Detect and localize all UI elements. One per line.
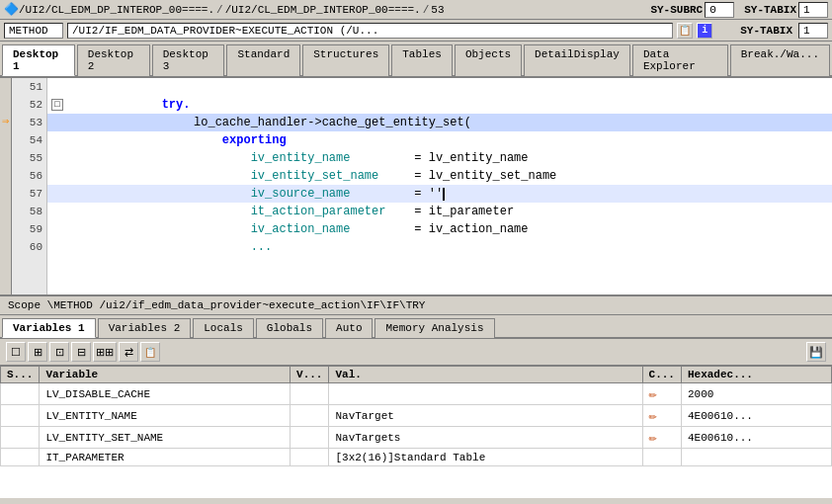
save-button[interactable]: 💾 [806,342,826,362]
cell-val-1 [329,383,642,405]
new-button[interactable]: ☐ [6,342,26,362]
sy-tabix-label2: SY-TABIX [740,25,792,37]
cell-c-4 [642,449,681,466]
method-label: METHOD [4,23,63,39]
col-header-val[interactable]: Val. [329,367,642,383]
cell-s-2 [1,405,40,427]
col-header-s[interactable]: S... [1,367,40,383]
cell-val-4: [3x2(16)]Standard Table [329,449,642,466]
cell-variable-2: LV_ENTITY_NAME [40,405,291,427]
cell-c-2[interactable]: ✏ [642,405,681,427]
cell-s-4 [1,449,40,466]
sy-tabix-value: 1 [798,2,828,18]
execution-arrow: ⇒ [0,114,12,128]
variables-table: S... Variable V... Val. C... Hexadec... … [0,366,832,466]
cell-s-3 [1,427,40,449]
tab-locals[interactable]: Locals [193,318,254,338]
cell-variable-1: LV_DISABLE_CACHE [40,383,291,405]
method-bar: METHOD /UI2/IF_EDM_DATA_PROVIDER~EXECUTE… [0,20,832,42]
status-bar: Scope \METHOD /ui2/if_edm_data_provider~… [0,295,832,315]
breadcrumb-icon-1: 🔷 [4,2,19,17]
clipboard-icon[interactable]: 📋 [677,23,693,39]
table-row: LV_ENTITY_NAME NavTarget ✏ 4E00610... [1,405,832,427]
cell-v-1 [291,383,329,405]
col-header-v[interactable]: V... [291,367,329,383]
cell-val-3: NavTargets [329,427,642,449]
tab-variables1[interactable]: Variables 1 [2,318,96,338]
cell-variable-3: LV_ENTITY_SET_NAME [40,427,291,449]
tab-globals[interactable]: Globals [256,318,323,338]
code-content[interactable]: □ try. lo_cache_handler->cache_get_entit… [47,78,832,294]
scope-text: Scope \METHOD /ui2/if_edm_data_provider~… [8,299,425,311]
breadcrumb-sep-2: / [423,4,430,16]
cell-hex-1: 2000 [681,383,831,405]
code-line-60: ... [47,238,832,256]
cell-hex-3: 4E00610... [681,427,831,449]
cell-hex-2: 4E00610... [681,405,831,427]
gutter: ⇒ [0,78,12,294]
cell-variable-4: IT_PARAMETER [40,449,291,466]
col-header-variable[interactable]: Variable [40,367,291,383]
cell-v-4 [291,449,329,466]
line-numbers: 51 52 53 54 55 56 57 58 59 60 [12,78,47,294]
col-header-c[interactable]: C... [642,367,681,383]
tab-objects[interactable]: Objects [455,44,522,76]
bottom-tab-bar: Variables 1 Variables 2 Locals Globals A… [0,315,832,339]
tab-desktop1[interactable]: Desktop 1 [2,44,75,76]
tab-standard[interactable]: Standard [226,44,300,76]
cell-val-2: NavTarget [329,405,642,427]
tab-variables2[interactable]: Variables 2 [98,318,192,338]
tab-detaildisplay[interactable]: DetailDisplay [524,44,630,76]
breadcrumb-sep-1: / [216,4,223,16]
method-path: /UI2/IF_EDM_DATA_PROVIDER~EXECUTE_ACTION… [67,23,673,39]
structure-button[interactable]: ⊞⊞ [93,342,117,362]
code-editor: ⇒ 51 52 53 54 55 56 57 58 59 60 □ try. [0,78,832,295]
tab-dataexplorer[interactable]: Data Explorer [632,44,728,76]
breadcrumb-text-3[interactable]: 53 [431,4,444,16]
sy-tabix-value2: 1 [798,23,828,39]
delete-button[interactable]: ⊟ [71,342,91,362]
variables-toolbar: ☐ ⊞ ⊡ ⊟ ⊞⊞ ⇄ 📋 💾 [0,339,832,366]
move-button[interactable]: ⇄ [119,342,138,362]
tab-breakwa[interactable]: Break./Wa... [730,44,830,76]
cell-hex-4 [681,449,831,466]
sy-subrc-value: 0 [705,2,734,18]
code-line-51 [47,78,832,96]
breadcrumb-text-2[interactable]: /UI2/CL_EDM_DP_INTEROP_00====. [225,4,421,16]
cell-c-1[interactable]: ✏ [642,383,681,405]
cell-v-3 [291,427,329,449]
variables-table-container: S... Variable V... Val. C... Hexadec... … [0,366,832,498]
cell-c-3[interactable]: ✏ [642,427,681,449]
tab-auto[interactable]: Auto [325,318,373,338]
cell-v-2 [291,405,329,427]
clipboard-button2[interactable]: 📋 [140,342,160,362]
tab-memory-analysis[interactable]: Memory Analysis [374,318,494,338]
tab-tables[interactable]: Tables [391,44,453,76]
tab-desktop2[interactable]: Desktop 2 [77,44,150,76]
col-header-hex[interactable]: Hexadec... [681,367,831,383]
sy-tabix-label: SY-TABIX [744,4,796,16]
breadcrumb-text-1[interactable]: /UI2/CL_EDM_DP_INTEROP_00====. [19,4,214,16]
copy-button[interactable]: ⊞ [28,342,47,362]
sy-subrc-label: SY-SUBRC [650,4,703,16]
table-row: IT_PARAMETER [3x2(16)]Standard Table [1,449,832,466]
table-row: LV_DISABLE_CACHE ✏ 2000 [1,383,832,405]
main-tab-bar: Desktop 1 Desktop 2 Desktop 3 Standard S… [0,42,832,77]
tab-structures[interactable]: Structures [302,44,389,76]
paste-button[interactable]: ⊡ [49,342,69,362]
tab-desktop3[interactable]: Desktop 3 [152,44,225,76]
breadcrumb-bar: 🔷 /UI2/CL_EDM_DP_INTEROP_00====. / /UI2/… [0,0,832,20]
table-row: LV_ENTITY_SET_NAME NavTargets ✏ 4E00610.… [1,427,832,449]
info-icon[interactable]: i [697,23,712,39]
bottom-panel: Variables 1 Variables 2 Locals Globals A… [0,315,832,498]
cell-s-1 [1,383,40,405]
